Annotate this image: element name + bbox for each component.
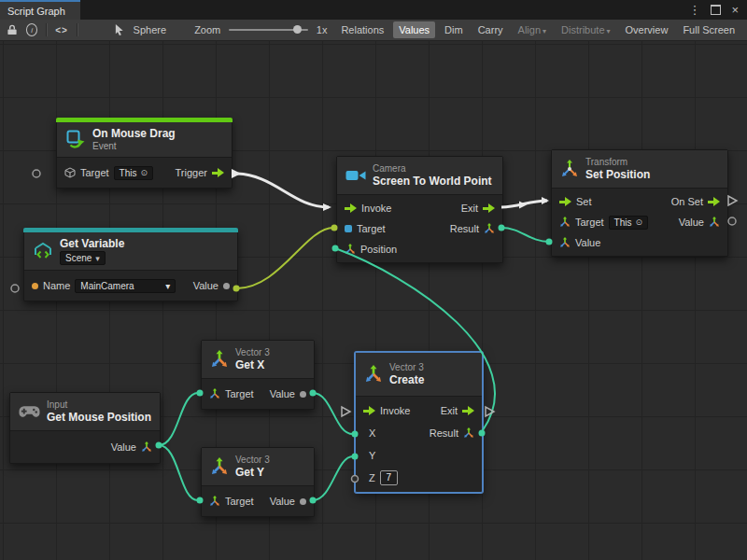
wire-trigger-to-invoke[interactable] xyxy=(232,169,331,211)
float-port-icon[interactable] xyxy=(300,498,306,505)
variable-scope-dropdown[interactable]: Scene ▾ xyxy=(60,251,106,265)
wire-exit-to-set[interactable] xyxy=(501,197,549,209)
camera-icon xyxy=(345,168,366,183)
node-set-position[interactable]: Transform Set Position Set On Set Target xyxy=(551,149,728,257)
wire-mouse-to-gety-target[interactable] xyxy=(159,445,204,504)
event-icon xyxy=(65,130,86,150)
overview-button[interactable]: Overview xyxy=(620,21,674,38)
flow-out-port[interactable] xyxy=(483,203,495,213)
toolbar-separator xyxy=(77,23,78,36)
maximize-icon[interactable] xyxy=(711,5,721,15)
flow-in-port[interactable] xyxy=(559,197,571,206)
graph-toolbar: i <> Sphere Zoom 1x Relations Values Dim… xyxy=(0,20,747,41)
node-get-y[interactable]: Vector 3 Get Y Target Value xyxy=(201,447,315,517)
vector3-icon xyxy=(210,350,229,369)
align-button[interactable]: Align▾ xyxy=(513,21,552,38)
window-menu-icon[interactable]: ⋮ xyxy=(688,3,700,17)
vector3-port-icon[interactable] xyxy=(209,496,220,507)
port-result-label: Result xyxy=(430,427,458,439)
chevron-down-icon: ▾ xyxy=(95,254,100,263)
vector3-icon xyxy=(364,365,383,384)
zoom-slider[interactable] xyxy=(229,29,308,31)
this-object-chip[interactable]: This ⊙ xyxy=(609,216,648,230)
info-icon[interactable]: i xyxy=(26,23,37,36)
port-result-label: Result xyxy=(450,223,479,234)
node-screen-to-world-point[interactable]: Camera Screen To World Point Invoke Exit… xyxy=(336,156,503,263)
zoom-label: Zoom xyxy=(194,24,220,35)
tab-title: Script Graph xyxy=(7,6,65,17)
unconnected-flow-marker[interactable] xyxy=(486,407,494,416)
vector3-port-icon[interactable] xyxy=(345,244,356,255)
zoom-slider-knob[interactable] xyxy=(293,25,302,34)
port-set-label: Set xyxy=(576,196,592,207)
node-get-mouse-position[interactable]: Input Get Mouse Position Value xyxy=(9,392,161,464)
relations-button[interactable]: Relations xyxy=(335,21,389,38)
object-picker-icon[interactable]: ⊙ xyxy=(635,217,642,227)
port-on-set-label: On Set xyxy=(671,196,703,207)
lock-icon[interactable] xyxy=(7,24,18,35)
node-category: Input xyxy=(47,399,151,410)
full-screen-button[interactable]: Full Screen xyxy=(677,21,740,38)
port-value-out-label: Value xyxy=(679,217,704,228)
node-get-variable[interactable]: Get Variable Scene ▾ Name MainCamera ▾ xyxy=(23,228,238,301)
port-value-in-label: Value xyxy=(575,237,600,248)
z-value-input[interactable]: 7 xyxy=(380,470,398,485)
flow-out-port[interactable] xyxy=(212,168,224,177)
pointer-icon xyxy=(115,23,124,36)
tab-script-graph[interactable]: Script Graph xyxy=(0,0,80,20)
unconnected-port-marker[interactable] xyxy=(11,285,19,292)
vector3-port-icon[interactable] xyxy=(463,427,474,439)
flow-out-port[interactable] xyxy=(462,406,474,415)
wire-mouse-to-getx-target[interactable] xyxy=(156,390,204,449)
node-on-mouse-drag[interactable]: On Mouse Drag Event Target This ⊙ Trigge… xyxy=(56,118,233,189)
flow-in-port[interactable] xyxy=(363,406,375,415)
node-vector3-create[interactable]: Vector 3 Create Invoke Exit X xyxy=(355,352,483,493)
object-picker-icon[interactable]: ⊙ xyxy=(140,168,148,177)
distribute-button[interactable]: Distribute▾ xyxy=(556,21,615,38)
vector3-port-icon[interactable] xyxy=(141,441,152,453)
unconnected-flow-marker[interactable] xyxy=(728,196,737,205)
node-category: Vector 3 xyxy=(235,347,270,357)
node-category: Vector 3 xyxy=(235,455,270,465)
vector3-port-icon[interactable] xyxy=(484,223,495,234)
wire-variable-to-target[interactable] xyxy=(233,225,338,292)
unconnected-port-marker[interactable] xyxy=(33,170,40,177)
wire-gety-to-create-y[interactable] xyxy=(310,454,359,504)
port-exit-label: Exit xyxy=(461,203,478,214)
node-category: Camera xyxy=(373,163,492,174)
values-button[interactable]: Values xyxy=(393,21,435,38)
wire-result-to-value[interactable] xyxy=(499,225,553,245)
vector3-port-icon[interactable] xyxy=(709,217,720,228)
target-object-label[interactable]: Sphere xyxy=(134,24,166,35)
carry-button[interactable]: Carry xyxy=(472,21,509,38)
float-port-icon[interactable] xyxy=(300,391,306,398)
node-category: Transform xyxy=(585,157,650,167)
node-category: Vector 3 xyxy=(389,362,424,372)
port-x-label: X xyxy=(369,427,375,439)
chevron-down-icon: ▾ xyxy=(607,27,611,35)
close-icon[interactable]: × xyxy=(731,3,739,17)
this-object-chip[interactable]: This ⊙ xyxy=(114,166,153,180)
flow-in-port[interactable] xyxy=(345,203,357,213)
wire-getx-to-create-x[interactable] xyxy=(310,390,359,438)
node-title: Get Y xyxy=(235,466,270,479)
node-title: Get X xyxy=(235,358,270,371)
unconnected-port-marker[interactable] xyxy=(728,217,736,225)
code-view-icon[interactable]: <> xyxy=(55,25,68,35)
vector3-port-icon[interactable] xyxy=(209,388,220,399)
gamepad-icon xyxy=(19,405,40,418)
unconnected-flow-marker[interactable] xyxy=(342,407,350,416)
toolbar-separator xyxy=(46,23,47,36)
graph-canvas[interactable]: On Mouse Drag Event Target This ⊙ Trigge… xyxy=(0,41,747,560)
flow-out-port[interactable] xyxy=(708,197,720,206)
node-title: Screen To World Point xyxy=(373,175,492,188)
vector3-port-icon[interactable] xyxy=(559,237,571,248)
string-port-icon[interactable] xyxy=(32,283,38,289)
variable-name-dropdown[interactable]: MainCamera ▾ xyxy=(75,279,176,293)
transform-port-icon[interactable] xyxy=(559,217,571,228)
node-get-x[interactable]: Vector 3 Get X Target Value xyxy=(201,340,315,410)
object-port-icon[interactable] xyxy=(223,283,230,289)
dim-button[interactable]: Dim xyxy=(439,21,469,38)
port-value-label: Value xyxy=(270,496,295,507)
camera-type-port-icon[interactable] xyxy=(345,225,352,232)
